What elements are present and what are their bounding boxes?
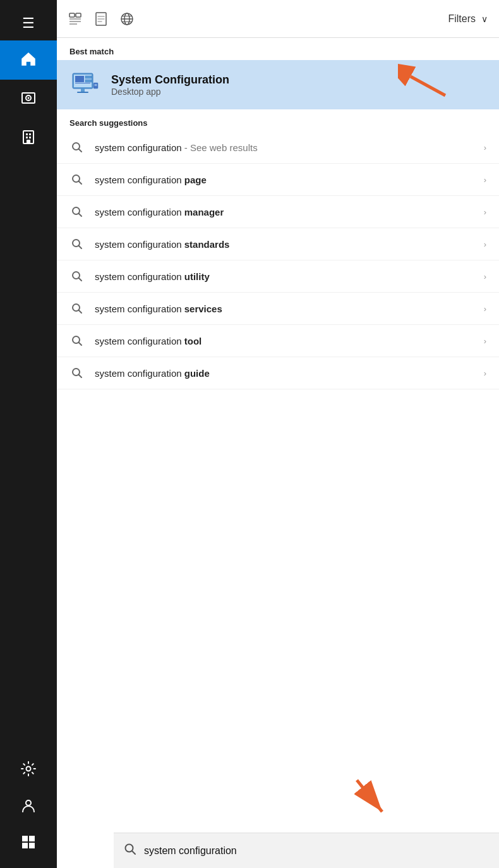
filters-button[interactable]: Filters ∨	[448, 13, 488, 25]
chevron-icon-5: ›	[484, 272, 486, 281]
best-match-section: Best match	[57, 38, 499, 109]
search-bar	[114, 833, 499, 868]
best-match-item[interactable]: System Configuration Desktop app	[57, 60, 499, 109]
svg-rect-33	[95, 85, 97, 86]
suggestion-text-8: system configuration guide	[95, 368, 478, 379]
suggestion-item-web[interactable]: system configuration - See web results ›	[57, 131, 499, 164]
sidebar-item-building[interactable]	[0, 119, 57, 158]
sidebar: ☰	[0, 0, 57, 868]
main-content: Filters ∨ Best match	[57, 0, 499, 868]
best-match-label: Best match	[57, 38, 499, 60]
svg-rect-25	[75, 76, 84, 82]
svg-rect-4	[26, 133, 28, 135]
svg-rect-5	[29, 133, 31, 135]
svg-rect-14	[29, 843, 35, 848]
svg-rect-32	[95, 84, 97, 85]
suggestion-text-1: system configuration - See web results	[95, 142, 478, 153]
svg-point-10	[26, 800, 31, 805]
sidebar-nav	[0, 40, 57, 752]
suggestion-text-4: system configuration standards	[95, 239, 478, 250]
search-bar-icon	[124, 843, 136, 859]
svg-rect-12	[29, 836, 35, 841]
suggestion-item-page[interactable]: system configuration page ›	[57, 164, 499, 196]
search-icon-3	[69, 204, 85, 219]
svg-rect-28	[85, 80, 92, 82]
svg-line-53	[357, 780, 382, 812]
best-match-title: System Configuration	[111, 73, 486, 87]
svg-line-41	[79, 214, 82, 217]
sidebar-item-photo[interactable]	[0, 80, 57, 119]
search-input[interactable]	[144, 845, 489, 857]
search-icon-7	[69, 333, 85, 348]
svg-rect-26	[75, 83, 90, 83]
suggestion-item-services[interactable]: system configuration services ›	[57, 293, 499, 325]
document-icon[interactable]	[95, 12, 107, 26]
system-config-icon	[69, 69, 101, 101]
svg-line-37	[79, 149, 82, 152]
suggestion-item-tool[interactable]: system configuration tool ›	[57, 325, 499, 357]
sidebar-item-user[interactable]	[0, 788, 57, 825]
windows-icon	[20, 834, 37, 853]
search-icon-8	[69, 365, 85, 381]
svg-rect-7	[29, 137, 31, 138]
filters-chevron: ∨	[481, 14, 488, 24]
search-icon-5	[69, 269, 85, 284]
svg-point-2	[28, 97, 30, 99]
chevron-icon-6: ›	[484, 304, 486, 314]
search-icon-4	[69, 236, 85, 252]
svg-line-55	[132, 851, 135, 854]
suggestion-item-standards[interactable]: system configuration standards ›	[57, 228, 499, 260]
suggestion-text-3: system configuration manager	[95, 207, 478, 217]
chevron-icon-7: ›	[484, 336, 486, 346]
hamburger-menu[interactable]: ☰	[0, 6, 57, 40]
search-icon-2	[69, 172, 85, 187]
chevron-icon-1: ›	[484, 143, 486, 152]
svg-rect-11	[22, 836, 28, 841]
svg-rect-16	[69, 18, 81, 20]
svg-rect-19	[76, 13, 81, 17]
svg-rect-13	[22, 843, 28, 848]
svg-line-43	[79, 246, 82, 249]
suggestion-text-7: system configuration tool	[95, 336, 478, 346]
svg-line-47	[79, 310, 82, 314]
svg-rect-18	[69, 23, 77, 25]
svg-rect-15	[69, 13, 75, 17]
photo-icon	[20, 90, 37, 109]
svg-rect-27	[85, 76, 92, 78]
chevron-icon-3: ›	[484, 207, 486, 217]
sidebar-item-windows[interactable]	[0, 825, 57, 862]
building-icon	[20, 129, 37, 148]
home-icon	[20, 51, 37, 70]
sidebar-item-home[interactable]	[0, 40, 57, 80]
svg-rect-29	[81, 89, 85, 92]
arrow-annotation-bottom	[347, 777, 398, 824]
suggestion-item-utility[interactable]: system configuration utility ›	[57, 260, 499, 293]
sidebar-bottom	[0, 752, 57, 868]
best-match-subtitle: Desktop app	[111, 87, 486, 97]
suggestions-label: Search suggestions	[57, 109, 499, 131]
svg-point-9	[27, 767, 31, 771]
suggestion-item-manager[interactable]: system configuration manager ›	[57, 196, 499, 228]
svg-rect-6	[26, 137, 28, 138]
svg-line-45	[79, 278, 82, 281]
svg-line-49	[79, 343, 82, 346]
search-icon-1	[69, 140, 85, 155]
chevron-icon-4: ›	[484, 240, 486, 249]
svg-rect-17	[69, 21, 81, 22]
search-suggestions-section: Search suggestions system configuration …	[57, 109, 499, 389]
chevron-icon-8: ›	[484, 369, 486, 378]
sidebar-item-settings[interactable]	[0, 752, 57, 788]
chevron-icon-2: ›	[484, 175, 486, 185]
suggestion-text-2: system configuration page	[95, 174, 478, 185]
svg-line-39	[79, 181, 82, 185]
best-match-text: System Configuration Desktop app	[111, 73, 486, 97]
suggestion-text-6: system configuration services	[95, 303, 478, 314]
suggestion-text-5: system configuration utility	[95, 271, 478, 282]
filters-label: Filters	[448, 13, 476, 25]
settings-icon	[20, 761, 37, 779]
toolbar: Filters ∨	[57, 0, 499, 38]
grid-icon[interactable]	[68, 12, 82, 26]
globe-icon[interactable]	[120, 12, 134, 26]
search-icon-6	[69, 301, 85, 316]
suggestion-item-guide[interactable]: system configuration guide ›	[57, 357, 499, 389]
